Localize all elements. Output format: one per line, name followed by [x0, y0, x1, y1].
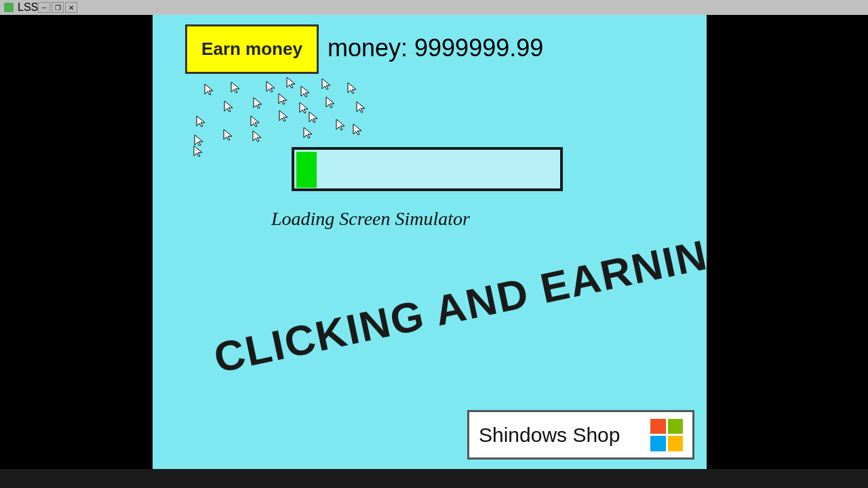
svg-marker-7: [224, 101, 233, 112]
cursor-icon: [356, 101, 366, 116]
cursor-icon: [204, 83, 214, 98]
earn-money-button[interactable]: Earn money: [185, 24, 319, 74]
cursor-icon: [250, 115, 260, 130]
svg-marker-21: [304, 127, 312, 138]
cursor-icon: [193, 145, 203, 160]
svg-marker-6: [348, 83, 356, 94]
cursor-icon: [224, 100, 233, 115]
svg-marker-10: [300, 102, 308, 113]
window-controls[interactable]: ─ ❐ ✕: [38, 2, 77, 13]
cursor-icon: [231, 81, 240, 96]
cursor-icon: [321, 78, 331, 93]
svg-marker-23: [194, 146, 202, 157]
svg-marker-16: [309, 112, 317, 123]
shindows-shop-button[interactable]: Shindows Shop: [467, 410, 694, 460]
svg-marker-1: [231, 82, 239, 93]
cursor-icon: [278, 93, 288, 108]
svg-marker-19: [224, 129, 232, 140]
svg-marker-4: [301, 86, 309, 97]
window-title: LSS: [18, 1, 38, 14]
cursor-icon: [300, 85, 310, 100]
svg-marker-13: [197, 116, 205, 127]
logo-blue: [650, 436, 666, 451]
svg-marker-3: [287, 77, 295, 88]
svg-marker-9: [279, 94, 287, 104]
titlebar: LSS ─ ❐ ✕: [0, 0, 868, 15]
cursor-icon: [252, 130, 262, 145]
shop-label: Shindows Shop: [479, 424, 620, 447]
cursor-icon: [303, 127, 313, 142]
progress-bar-container: [292, 147, 563, 191]
svg-marker-0: [205, 84, 213, 95]
svg-marker-14: [251, 116, 259, 127]
cursor-icon: [299, 102, 309, 117]
cursor-icon: [286, 77, 296, 92]
cursor-icon: [223, 129, 233, 144]
cursor-icon: [347, 82, 357, 97]
svg-marker-12: [357, 102, 365, 113]
logo-red: [650, 419, 666, 434]
cursor-icon: [266, 81, 275, 96]
right-decoration: [707, 15, 868, 488]
progress-bar-fill: [296, 152, 317, 188]
svg-marker-18: [195, 135, 203, 146]
svg-marker-20: [253, 131, 261, 142]
app-icon: [4, 3, 14, 12]
cursor-icon: [309, 111, 318, 126]
cursor-icon: [326, 96, 335, 111]
loading-text: Loading Screen Simulator: [271, 208, 470, 230]
minimize-button[interactable]: ─: [38, 2, 50, 13]
logo-green: [668, 419, 684, 434]
svg-marker-15: [279, 110, 288, 121]
game-area: Earn money money: 9999999.99: [153, 15, 707, 469]
money-display: money: 9999999.99: [328, 34, 543, 62]
cursor-icon: [279, 110, 288, 125]
cursor-icon: [253, 97, 262, 112]
svg-marker-17: [336, 119, 344, 130]
svg-marker-5: [322, 79, 330, 89]
svg-marker-22: [353, 124, 361, 135]
windows-logo-icon: [650, 419, 683, 451]
cursor-icon: [196, 115, 205, 130]
cursor-icon: [353, 123, 362, 138]
svg-marker-2: [267, 81, 275, 92]
logo-yellow: [668, 436, 684, 451]
svg-marker-11: [326, 97, 334, 108]
bottom-bar: [0, 469, 868, 488]
left-decoration: [0, 15, 153, 488]
close-button[interactable]: ✕: [65, 2, 77, 13]
cursor-icon: [336, 119, 345, 134]
restore-button[interactable]: ❐: [52, 2, 64, 13]
svg-marker-8: [254, 98, 262, 108]
